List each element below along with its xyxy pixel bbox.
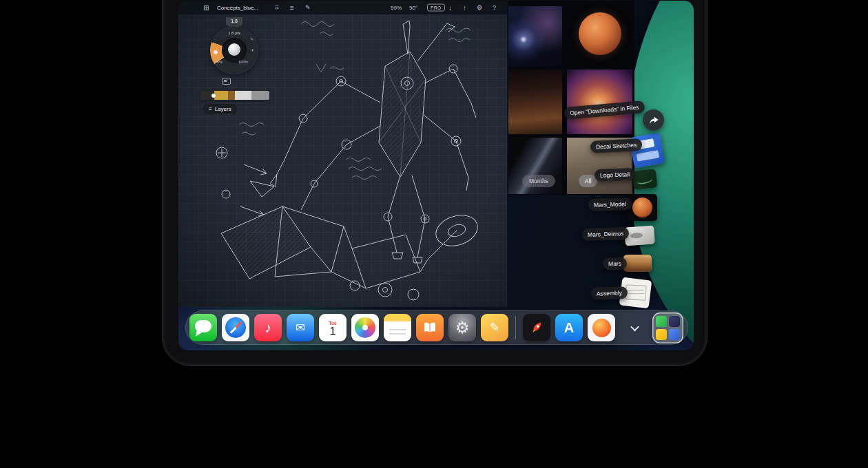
- calendar-day: 1: [329, 326, 335, 337]
- share-forward-icon[interactable]: [643, 109, 664, 131]
- wheel-pen-icon[interactable]: ✎: [250, 36, 254, 41]
- music-note-icon: ♪: [265, 320, 271, 336]
- swatch-gray[interactable]: [251, 91, 269, 100]
- zoom-level[interactable]: 59%: [391, 5, 402, 11]
- drag-thumb-logo-detail[interactable]: [632, 169, 658, 189]
- rocket-app-icon[interactable]: [523, 314, 550, 341]
- dock: ♪ ✉ Tue 1 ⚙: [185, 310, 688, 345]
- photos-tab-months[interactable]: Months: [522, 175, 555, 187]
- dots-grid-icon[interactable]: ⠿: [275, 5, 279, 11]
- photos-app-icon[interactable]: [351, 314, 379, 341]
- mini-app-yellow: [656, 329, 667, 340]
- drag-item-logo-detail[interactable]: Logo Detail: [595, 168, 636, 182]
- palette-marker[interactable]: [211, 94, 216, 98]
- opacity-min-label: 0%: [217, 60, 223, 64]
- sketch-pencil-app-icon[interactable]: ✎: [481, 314, 508, 341]
- layers-label: Layers: [215, 106, 231, 112]
- settings-app-icon[interactable]: ⚙: [448, 314, 476, 341]
- document-title[interactable]: Concepts_blue...: [217, 5, 258, 11]
- notes-app-icon[interactable]: [384, 314, 411, 341]
- dock-separator: [515, 316, 516, 339]
- color-puck[interactable]: [228, 43, 240, 56]
- apps-grid-icon[interactable]: ⊞: [203, 4, 209, 12]
- envelope-icon: ✉: [296, 321, 305, 335]
- concepts-toolbar: ⊞ Concepts_blue... ⠿ ≡ ✎ 59% 90° PRO ↓ ↑…: [178, 1, 507, 14]
- layers-panel-toggle[interactable]: ≡ Layers: [203, 104, 237, 114]
- ipad-screen: ⊞ Concepts_blue... ⠿ ≡ ✎ 59% 90° PRO ↓ ↑…: [178, 1, 694, 350]
- chevron-down-icon: [630, 322, 639, 331]
- swatch-ochre[interactable]: [228, 91, 235, 100]
- app-library-tile[interactable]: [652, 312, 683, 343]
- forward-arrow-glyph: [648, 115, 659, 126]
- mail-app-icon[interactable]: ✉: [287, 314, 314, 341]
- download-icon[interactable]: ↓: [448, 4, 452, 12]
- dock-collapse-button[interactable]: [626, 319, 643, 336]
- swatch-yellow[interactable]: [214, 91, 228, 100]
- swatch-lightgray[interactable]: [235, 91, 251, 100]
- mini-app-blue: [669, 329, 680, 340]
- menu-icon[interactable]: ≡: [290, 4, 294, 12]
- drag-thumb-mars[interactable]: [623, 255, 652, 272]
- safari-app-icon[interactable]: [222, 314, 249, 341]
- rocket-icon: [525, 316, 548, 339]
- concepts-app-window: ⊞ Concepts_blue... ⠿ ≡ ✎ 59% 90° PRO ↓ ↑…: [178, 1, 507, 307]
- app-store-a-icon: A: [564, 320, 574, 336]
- photo-thumb-mars-surface[interactable]: [508, 70, 562, 134]
- pro-badge[interactable]: PRO: [427, 4, 445, 12]
- mini-app-green: [656, 316, 667, 327]
- tool-wheel[interactable]: 1.6 1.6 pts 0% 100% ✎ ◐: [209, 17, 264, 89]
- drag-item-assembly[interactable]: Assembly: [591, 286, 628, 300]
- app-store-icon[interactable]: A: [555, 314, 583, 341]
- drag-item-mars-model[interactable]: Mars_Model: [588, 198, 632, 211]
- open-book-icon: [422, 320, 437, 335]
- drag-thumb-mars-deimos[interactable]: [624, 226, 655, 246]
- rotation-value[interactable]: 90°: [409, 5, 417, 11]
- scene: ⊞ Concepts_blue... ⠿ ≡ ✎ 59% 90° PRO ↓ ↑…: [0, 0, 868, 468]
- color-palette-bar[interactable]: [200, 91, 269, 100]
- contrast-icon[interactable]: ◐: [251, 47, 254, 52]
- pen-icon[interactable]: ✎: [305, 4, 311, 11]
- opacity-max-label: 100%: [238, 60, 248, 64]
- photo-thumb-mars-planet[interactable]: [567, 6, 632, 67]
- canvas-ratio-icon[interactable]: [222, 78, 231, 85]
- drag-item-mars[interactable]: Mars: [603, 257, 627, 270]
- settings-gear-icon: ⚙: [455, 319, 470, 337]
- help-icon[interactable]: ?: [493, 4, 496, 11]
- gear-icon[interactable]: ⚙: [477, 4, 482, 11]
- messages-app-icon[interactable]: [189, 314, 217, 341]
- ipad-device: ⊞ Concepts_blue... ⠿ ≡ ✎ 59% 90° PRO ↓ ↑…: [162, 0, 707, 366]
- orange-sphere-app-icon[interactable]: [588, 314, 615, 341]
- photos-app-window: [508, 1, 634, 195]
- color-swatch-dot[interactable]: [214, 50, 218, 54]
- calendar-app-icon[interactable]: Tue 1: [319, 314, 347, 341]
- export-icon[interactable]: ↑: [463, 4, 466, 12]
- drag-item-mars-deimos[interactable]: Mars_Deimos: [582, 227, 630, 241]
- books-app-icon[interactable]: [416, 314, 444, 341]
- music-app-icon[interactable]: ♪: [254, 314, 282, 341]
- mini-app-navy: [669, 316, 680, 327]
- drag-thumb-mars-model[interactable]: [628, 194, 657, 221]
- layers-menu-icon: ≡: [209, 106, 212, 112]
- pencil-icon: ✎: [489, 320, 499, 335]
- brush-size-label: 1.6 pts: [209, 31, 260, 35]
- photo-thumb-blue-nebula[interactable]: [508, 6, 562, 67]
